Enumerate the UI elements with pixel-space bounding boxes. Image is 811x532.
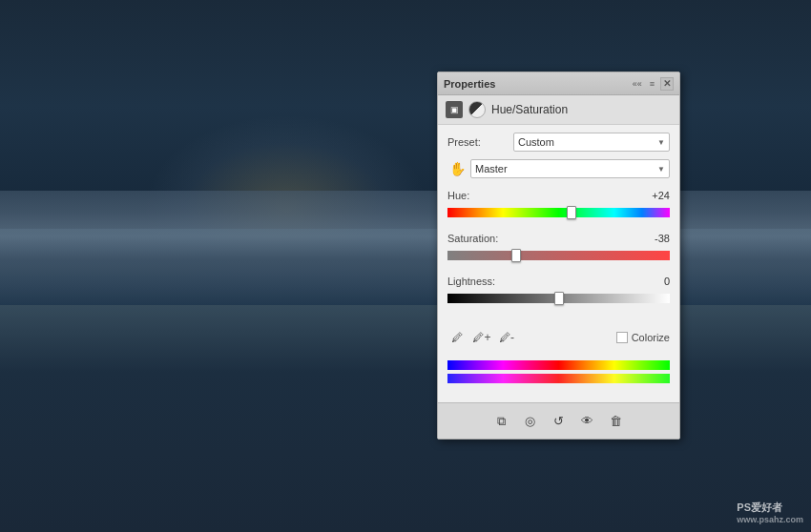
panel-footer: ⧉ ◎ ↺ 👁 🗑 [438, 402, 679, 439]
close-button[interactable]: ✕ [660, 77, 674, 91]
eyedropper-minus-icon[interactable]: 🖉- [497, 328, 516, 347]
water-overlay [0, 229, 811, 305]
eyedropper-plus-icon[interactable]: 🖉+ [472, 328, 491, 347]
background [0, 0, 811, 532]
lightness-thumb[interactable] [554, 292, 564, 305]
channel-icon [468, 101, 486, 118]
previous-state-button[interactable]: ◎ [520, 411, 541, 432]
preset-dropdown[interactable]: Custom ▼ [513, 133, 670, 152]
hue-value: +24 [641, 190, 670, 201]
sliders-section: Hue: +24 Saturation: -38 [447, 186, 670, 322]
saturation-slider[interactable] [447, 247, 670, 264]
hue-reference-bar-bottom [447, 374, 670, 383]
preset-value: Custom [518, 136, 554, 148]
reset-button[interactable]: ↺ [549, 411, 570, 432]
colorize-checkbox[interactable] [616, 332, 628, 343]
reset-icon: ↺ [553, 414, 564, 428]
lightness-slider-row: Lightness: 0 [447, 276, 670, 307]
saturation-track [447, 251, 670, 260]
adjustment-title: Hue/Saturation [491, 103, 568, 116]
title-bar: Properties «« ≡ ✕ [438, 72, 679, 95]
colorize-label[interactable]: Colorize [616, 332, 670, 343]
visibility-icon: 👁 [581, 414, 593, 428]
colorize-row: 🖉 🖉+ 🖉- Colorize [447, 328, 670, 347]
hue-reference-bar-top [447, 360, 670, 370]
hue-label: Hue: [447, 190, 469, 201]
adjustment-icon: ▣ [446, 101, 463, 118]
lightness-value: 0 [641, 276, 670, 287]
lightness-track [447, 294, 670, 303]
menu-button[interactable]: ≡ [648, 79, 656, 89]
watermark: PS爱好者 www.psahz.com [737, 501, 803, 524]
delete-button[interactable]: 🗑 [606, 411, 627, 432]
watermark-url: www.psahz.com [737, 515, 803, 524]
saturation-value: -38 [641, 233, 670, 244]
color-bars [447, 357, 670, 395]
collapse-button[interactable]: «« [631, 79, 644, 89]
lightness-label: Lightness: [447, 276, 495, 287]
hue-thumb[interactable] [567, 206, 576, 219]
preset-label: Preset: [447, 136, 509, 148]
visibility-button[interactable]: 👁 [577, 411, 598, 432]
colorize-text: Colorize [632, 332, 670, 343]
channel-dropdown[interactable]: Master ▼ [470, 159, 670, 178]
eyedropper-icon[interactable]: 🖉 [447, 328, 467, 347]
clip-icon: ⧉ [497, 414, 506, 429]
preset-arrow-icon: ▼ [657, 138, 665, 147]
watermark-text: PS爱好者 [737, 501, 803, 515]
eye-refresh-icon: ◎ [525, 414, 535, 428]
clip-to-layer-button[interactable]: ⧉ [491, 411, 512, 432]
hand-tool-icon[interactable]: ✋ [447, 159, 467, 178]
preset-row: Preset: Custom ▼ [447, 133, 670, 152]
channel-value: Master [475, 163, 508, 174]
properties-panel: Properties «« ≡ ✕ ▣ Hue/Saturation Prese… [437, 72, 680, 440]
hue-track [447, 208, 670, 217]
saturation-thumb[interactable] [511, 249, 521, 262]
panel-header: ▣ Hue/Saturation [438, 95, 679, 125]
hue-slider[interactable] [447, 204, 670, 221]
channel-row: ✋ Master ▼ [447, 159, 670, 178]
saturation-slider-row: Saturation: -38 [447, 233, 670, 264]
hue-slider-row: Hue: +24 [447, 190, 670, 221]
panel-body: Preset: Custom ▼ ✋ Master ▼ Hue: +24 [438, 125, 679, 402]
channel-arrow-icon: ▼ [657, 165, 665, 174]
panel-title-label: Properties [444, 78, 495, 90]
trash-icon: 🗑 [610, 414, 622, 428]
lightness-slider[interactable] [447, 290, 670, 307]
saturation-label: Saturation: [447, 233, 498, 244]
